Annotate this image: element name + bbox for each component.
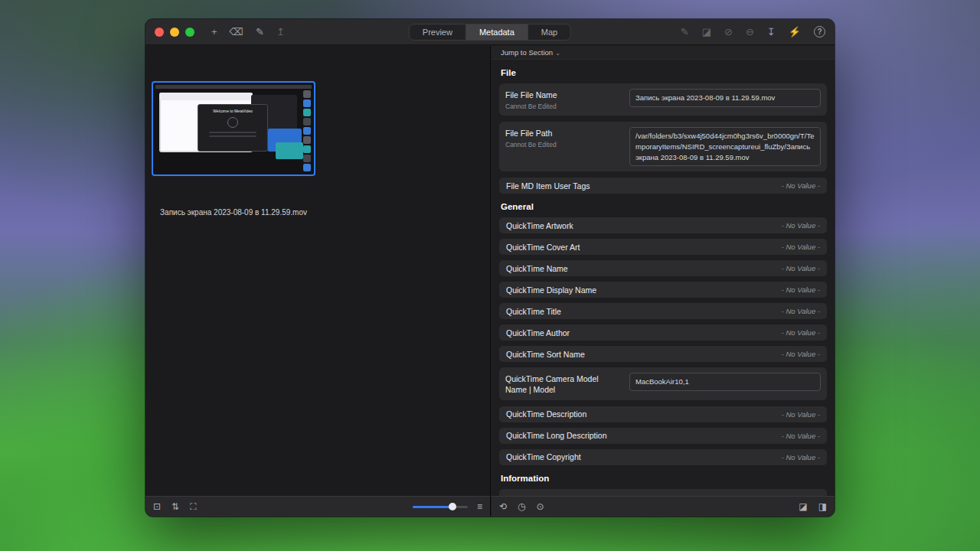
metadata-row[interactable]: QuickTime Cover Art- No Value - [499, 239, 827, 255]
thumb-dialog: Welcome to MetaVideo [198, 104, 268, 152]
remove-location-icon[interactable]: ⊘ [724, 27, 733, 37]
jump-to-section-button[interactable]: Jump to Section⌄ [501, 48, 560, 57]
tag-icon[interactable]: ⊙ [537, 502, 544, 511]
file-list-panel: Welcome to MetaVideo Запись экрана 2023-… [145, 46, 491, 517]
thumb-dialog-logo [227, 117, 238, 128]
edit-note-icon[interactable]: ✎ [256, 27, 264, 37]
field-label: File File Path [505, 129, 622, 139]
clock-icon[interactable]: ◷ [518, 502, 525, 511]
eraser-bottom-icon[interactable]: ◪ [799, 502, 807, 511]
section-title: General [501, 202, 825, 211]
help-icon[interactable]: ? [814, 26, 825, 37]
minus-circle-icon[interactable]: ⊖ [746, 27, 754, 37]
remove-icon[interactable]: ⌫ [230, 27, 243, 37]
metadata-row[interactable]: QuickTime Copyright- No Value - [499, 449, 827, 465]
metadata-row[interactable]: QuickTime Name- No Value - [499, 260, 827, 276]
metadata-row[interactable]: QuickTime Description- No Value - [499, 406, 827, 422]
right-bottom-toolbar: ⟲ ◷ ⊙ ◪ ◨ [492, 496, 835, 517]
jump-bar: Jump to Section⌄ [492, 46, 835, 60]
field-label: QuickTime Author [506, 328, 570, 337]
field-no-value: - No Value - [782, 181, 820, 190]
actual-size-icon[interactable]: ⊡ [153, 502, 161, 511]
metadata-row[interactable]: QuickTime Long Description- No Value - [499, 428, 827, 444]
file-caption: Запись экрана 2023-08-09 в 11.29.59.mov [145, 208, 322, 217]
zoom-button[interactable] [185, 28, 194, 37]
titlebar-right-tools: ✎ ◪ ⊘ ⊖ ↧ ⚡ ? [681, 26, 825, 37]
metadata-row[interactable]: File MD Item User Tags- No Value - [499, 178, 827, 194]
field-label: QuickTime Sort Name [506, 350, 585, 359]
tab-metadata[interactable]: Metadata [466, 24, 528, 40]
jump-to-section-label: Jump to Section [501, 48, 553, 57]
field-no-value: - No Value - [782, 221, 820, 230]
field-label: QuickTime Artwork [506, 221, 573, 230]
thumb-dialog-title: Welcome to MetaVideo [198, 109, 267, 113]
list-view-icon[interactable]: ≡ [477, 502, 482, 511]
metadata-row[interactable]: QuickTime Display Name- No Value - [499, 282, 827, 298]
field-no-value: - No Value - [782, 350, 820, 358]
eraser-icon[interactable]: ◪ [702, 27, 711, 37]
thumb-menubar [155, 85, 312, 89]
field-label: QuickTime Copyright [506, 452, 581, 461]
sidebar-toggle-icon[interactable]: ◨ [818, 502, 827, 511]
field-no-value: - No Value - [782, 410, 820, 419]
field-edit-hint: Cannot Be Edited [505, 103, 622, 110]
field-label: QuickTime Description [506, 409, 586, 419]
rotate-icon[interactable]: ⟲ [499, 502, 507, 511]
section-title: File [501, 68, 825, 77]
add-icon[interactable]: + [211, 27, 217, 37]
field-no-value: - No Value - [782, 453, 820, 461]
fit-icon[interactable]: ⛶ [190, 502, 196, 511]
field-label: QuickTime Name [506, 264, 568, 273]
section-title: Information [501, 474, 825, 483]
thumb-teal-window [276, 142, 303, 159]
close-button[interactable] [155, 28, 164, 37]
metadata-row[interactable] [499, 489, 827, 496]
field-value: Запись экрана 2023-08-09 в 11.29.59.mov [629, 89, 821, 107]
tab-bar: PreviewMetadataMap [409, 24, 571, 41]
metadata-row: QuickTime Camera Model Name | ModelMacBo… [499, 367, 827, 399]
app-window: + ⌫ ✎ ↥ PreviewMetadataMap ✎ ◪ ⊘ ⊖ ↧ ⚡ ? [145, 19, 835, 517]
field-label: File File Name [505, 90, 622, 100]
field-label: QuickTime Camera Model Name | Model [505, 374, 622, 394]
metadata-row[interactable]: QuickTime Author- No Value - [499, 324, 827, 341]
left-bottom-toolbar: ⊡ ⇅ ⛶ ≡ [145, 496, 490, 517]
metadata-row: File File NameCannot Be EditedЗапись экр… [499, 83, 827, 116]
field-label: QuickTime Title [506, 307, 561, 316]
sort-icon[interactable]: ⇅ [172, 502, 179, 511]
field-no-value: - No Value - [782, 432, 820, 440]
titlebar: + ⌫ ✎ ↥ PreviewMetadataMap ✎ ◪ ⊘ ⊖ ↧ ⚡ ? [145, 19, 835, 45]
field-value[interactable]: MacBookAir10,1 [629, 373, 821, 391]
share-icon[interactable]: ↥ [276, 27, 285, 37]
zoom-slider[interactable] [413, 502, 468, 511]
field-label: File MD Item User Tags [506, 181, 590, 191]
flash-icon[interactable]: ⚡ [789, 27, 801, 37]
tab-preview[interactable]: Preview [410, 24, 466, 40]
download-icon[interactable]: ↧ [767, 27, 776, 37]
metadata-row: File File PathCannot Be Edited/var/folde… [499, 122, 827, 171]
minimize-button[interactable] [170, 28, 179, 37]
field-no-value: - No Value - [782, 264, 820, 272]
metadata-row[interactable]: QuickTime Title- No Value - [499, 303, 827, 319]
field-label: QuickTime Cover Art [506, 243, 580, 252]
field-edit-hint: Cannot Be Edited [505, 141, 622, 148]
field-no-value: - No Value - [782, 243, 820, 251]
field-no-value: - No Value - [782, 285, 820, 294]
thumb-dock [302, 90, 312, 171]
metadata-panel: Jump to Section⌄ FileFile File NameCanno… [492, 46, 835, 517]
field-label: QuickTime Display Name [506, 285, 596, 295]
chevron-down-icon: ⌄ [555, 50, 560, 57]
file-thumbnail[interactable]: Welcome to MetaVideo [152, 81, 315, 176]
field-no-value: - No Value - [782, 328, 820, 337]
field-label: QuickTime Long Description [506, 431, 607, 440]
titlebar-left-tools: + ⌫ ✎ ↥ [211, 27, 285, 37]
tab-map[interactable]: Map [528, 24, 570, 40]
edit-metadata-icon[interactable]: ✎ [681, 27, 689, 37]
metadata-row[interactable]: QuickTime Artwork- No Value - [499, 217, 827, 233]
zoom-slider-knob[interactable] [449, 503, 456, 510]
field-value: /var/folders/b3/sxw4j50d44jcm0hg3rs6v_br… [629, 127, 821, 166]
field-no-value: - No Value - [782, 307, 820, 315]
traffic-lights [155, 28, 194, 37]
metadata-row[interactable]: QuickTime Sort Name- No Value - [499, 346, 827, 362]
metadata-sections: FileFile File NameCannot Be EditedЗапись… [492, 60, 835, 496]
